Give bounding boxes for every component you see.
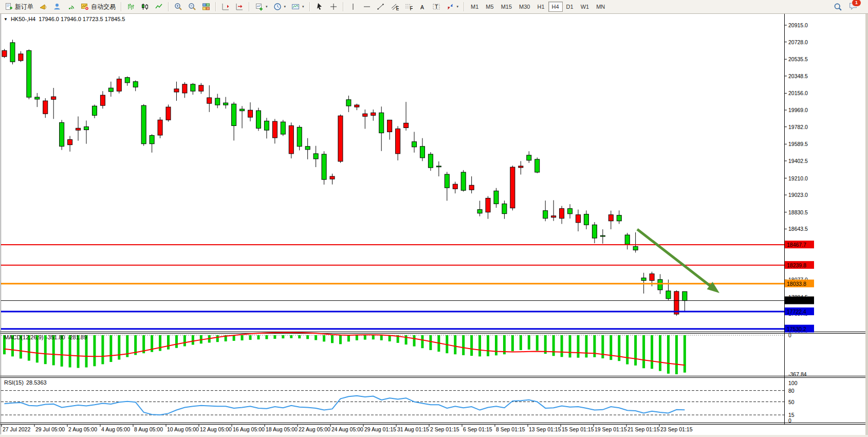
zoom-out-icon bbox=[188, 3, 196, 11]
zoom-in-button[interactable] bbox=[172, 1, 185, 12]
signals-button[interactable] bbox=[64, 1, 78, 12]
time-tick-label: 29 Aug 01:15 bbox=[364, 426, 396, 432]
line-chart-icon bbox=[155, 3, 163, 11]
price-tick-label: 19969.0 bbox=[788, 107, 808, 113]
time-tick-label: 24 Aug 05:00 bbox=[331, 426, 363, 432]
new-order-button[interactable]: 新订单 bbox=[2, 1, 36, 12]
price-tick-label: 19402.5 bbox=[788, 158, 808, 164]
chart-symbol-period: HK50-,H4 bbox=[11, 16, 35, 22]
candle bbox=[428, 154, 433, 168]
time-tick-label: 23 Sep 01:15 bbox=[660, 426, 693, 432]
line-chart-button[interactable] bbox=[152, 1, 165, 12]
timeframe-toolbar: M1M5M15M30H1H4D1W1MN bbox=[467, 2, 608, 12]
vertical-line-button[interactable] bbox=[346, 1, 360, 12]
time-tick-label: 6 Sep 01:15 bbox=[463, 426, 492, 432]
time-tick-label: 13 Sep 01:15 bbox=[529, 426, 561, 432]
candle bbox=[486, 198, 490, 212]
candle bbox=[502, 204, 507, 213]
crosshair-icon bbox=[329, 3, 338, 11]
timeframe-m30[interactable]: M30 bbox=[515, 2, 533, 12]
symbol-dropdown-icon[interactable]: ▼ bbox=[4, 17, 8, 22]
crosshair-button[interactable] bbox=[327, 1, 340, 12]
trendline-button[interactable] bbox=[374, 1, 387, 12]
signals-icon bbox=[67, 3, 75, 11]
price-tick-label: 18643.5 bbox=[788, 226, 808, 232]
time-tick-label: 2 Sep 01:15 bbox=[430, 426, 459, 432]
community-button[interactable] bbox=[50, 1, 64, 12]
candle bbox=[215, 98, 220, 105]
macd-zero-label: 0 bbox=[788, 332, 791, 338]
search-icon[interactable] bbox=[834, 3, 842, 11]
candle bbox=[133, 82, 138, 87]
bar-chart-button[interactable] bbox=[124, 1, 138, 12]
toolbar-separator bbox=[121, 2, 122, 11]
price-tick-label: 20348.5 bbox=[788, 73, 808, 79]
zoom-out-button[interactable] bbox=[186, 1, 199, 12]
time-tick-label: 16 Aug 05:00 bbox=[233, 426, 265, 432]
horizontal-line-button[interactable] bbox=[360, 1, 374, 12]
price-tick-label: 19782.0 bbox=[788, 124, 808, 130]
price-tick-label: 20728.0 bbox=[788, 39, 808, 45]
alerts-button[interactable] bbox=[36, 1, 50, 12]
timeframe-m1[interactable]: M1 bbox=[467, 2, 482, 12]
fibonacci-button[interactable]: F bbox=[402, 1, 415, 12]
cursor-button[interactable] bbox=[313, 1, 326, 12]
candle bbox=[600, 235, 605, 236]
scroll-to-end-icon bbox=[235, 3, 244, 11]
candle bbox=[387, 120, 392, 132]
notification-badge: 1 bbox=[852, 0, 861, 7]
alerts-horn-icon bbox=[39, 3, 47, 11]
macd-indicator-label: MACD(12,26,9) -351.80 -281.89 bbox=[4, 334, 87, 340]
candle bbox=[174, 89, 179, 92]
timeframe-m5[interactable]: M5 bbox=[482, 2, 497, 12]
periods-button[interactable]: ▾ bbox=[271, 1, 289, 12]
arrows-tool-button[interactable]: ▾ bbox=[444, 1, 461, 12]
timeframe-w1[interactable]: W1 bbox=[577, 2, 593, 12]
text-tool-button[interactable]: A bbox=[416, 1, 429, 12]
timeframe-h1[interactable]: H1 bbox=[533, 2, 548, 12]
candle bbox=[461, 172, 466, 190]
candle-chart-button[interactable] bbox=[138, 1, 152, 12]
candle bbox=[125, 78, 130, 83]
candle bbox=[76, 128, 81, 130]
time-tick-label: 4 Aug 05:00 bbox=[101, 426, 130, 432]
timeframe-h4[interactable]: H4 bbox=[548, 2, 563, 12]
timeframe-m15[interactable]: M15 bbox=[497, 2, 515, 12]
text-label-icon: T bbox=[432, 3, 440, 11]
templates-button[interactable]: ▾ bbox=[289, 1, 307, 12]
tile-windows-button[interactable] bbox=[199, 1, 213, 12]
timeframe-mn[interactable]: MN bbox=[593, 2, 608, 12]
auto-shift-icon bbox=[221, 3, 230, 11]
candle bbox=[527, 155, 531, 160]
time-tick-label: 10 Aug 05:00 bbox=[167, 426, 199, 432]
candle bbox=[141, 105, 146, 144]
candle bbox=[396, 129, 400, 154]
new-chart-icon bbox=[255, 3, 263, 11]
candle bbox=[158, 120, 162, 135]
candle bbox=[256, 111, 261, 128]
candle bbox=[182, 84, 187, 93]
candle bbox=[272, 121, 277, 138]
candle bbox=[445, 174, 449, 188]
candle bbox=[92, 106, 97, 115]
autotrade-button[interactable]: 自动交易 bbox=[78, 1, 118, 12]
auto-shift-button[interactable] bbox=[219, 1, 232, 12]
scroll-to-end-button[interactable] bbox=[233, 1, 246, 12]
candle bbox=[650, 274, 654, 281]
mt4-window: 新订单 自动交易 bbox=[0, 0, 868, 437]
new-chart-button[interactable]: ▾ bbox=[252, 1, 270, 12]
timeframe-d1[interactable]: D1 bbox=[563, 2, 577, 12]
template-icon bbox=[291, 3, 300, 11]
equidistant-channel-button[interactable]: E bbox=[388, 1, 401, 12]
price-badge-label: 18467.7 bbox=[787, 242, 806, 248]
fibonacci-icon: F bbox=[404, 3, 413, 11]
candle-chart-icon bbox=[141, 3, 149, 11]
price-chart[interactable]: 20915.020728.020535.520348.520156.019969… bbox=[0, 0, 868, 437]
autotrade-label: 自动交易 bbox=[91, 3, 116, 11]
candle bbox=[543, 211, 548, 219]
time-tick-label: 22 Aug 05:00 bbox=[299, 426, 330, 432]
equidistant-channel-icon: E bbox=[391, 3, 399, 11]
candle bbox=[560, 209, 564, 219]
text-label-button[interactable]: T bbox=[430, 1, 443, 12]
chat-button[interactable]: 1 bbox=[848, 2, 858, 12]
